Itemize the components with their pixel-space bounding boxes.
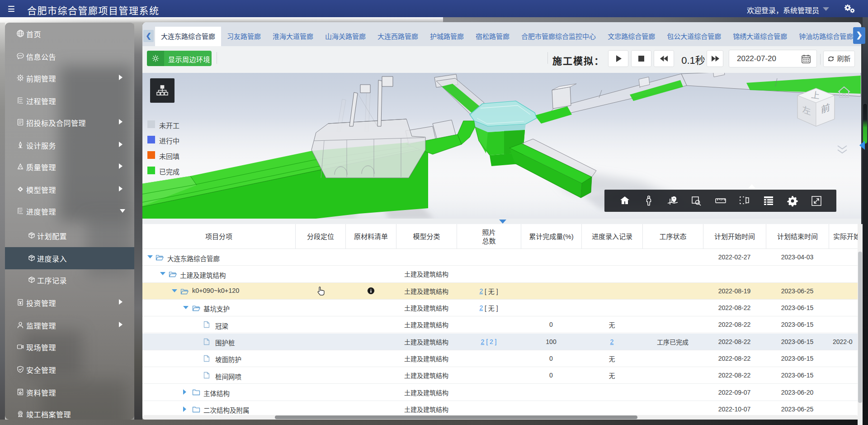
svg-text:上: 上 bbox=[811, 90, 821, 100]
